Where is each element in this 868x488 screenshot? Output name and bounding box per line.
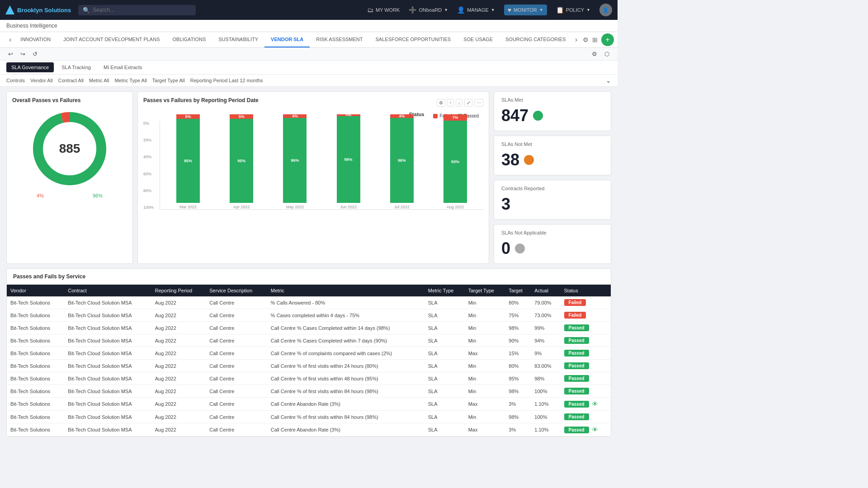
cell-period: Aug 2022	[151, 296, 206, 309]
monitor-label: MONITOR	[514, 7, 537, 13]
redo-button[interactable]: ↪	[19, 50, 27, 58]
monitor-icon: ♥	[508, 6, 511, 14]
bar-pass-mar: 95%	[176, 119, 200, 203]
pill-controls[interactable]: Controls	[6, 78, 25, 83]
bar-filter-btn[interactable]: ⚙	[437, 99, 445, 107]
cell-metric: Call Centre % of first visits within 24 …	[267, 360, 425, 372]
stat-slas-na-value: 0	[501, 239, 510, 258]
col-metric: Metric	[267, 285, 425, 296]
stat-contracts-title: Contracts Reported	[501, 186, 604, 191]
tab-sustainability[interactable]: SUSTAINABILITY	[212, 32, 264, 47]
filter-settings-button[interactable]: ⚙	[590, 50, 599, 58]
col-period: Reporting Period	[151, 285, 206, 296]
avatar[interactable]: 👤	[599, 4, 612, 16]
cell-service: Call Centre	[206, 322, 267, 334]
cell-vendor: Bit-Tech Solutions	[7, 423, 64, 436]
nav-policy[interactable]: 📋 POLICY ▼	[556, 6, 590, 14]
cell-metric: Call Centre % Cases Completed within 7 d…	[267, 334, 425, 347]
nav-manage[interactable]: 👤 MANAGE ▼	[457, 6, 495, 14]
refresh-button[interactable]: ↺	[31, 50, 39, 58]
bar-more-btn[interactable]: ⋯	[474, 99, 483, 107]
filter-button[interactable]: ⚙	[583, 33, 589, 46]
eye-icon[interactable]: 👁	[592, 426, 598, 433]
tab-salesforce[interactable]: SALESFORCE OPPORTUNITIES	[369, 32, 458, 47]
nav-monitor[interactable]: ♥ MONITOR ▼	[504, 5, 547, 15]
nav-right: 🗂 MY WORK ➕ ONboaRD ▼ 👤 MANAGE ▼ ♥ MONIT…	[367, 4, 612, 16]
cell-contract: Bit-Tech Cloud Solution MSA	[64, 423, 151, 436]
policy-chevron: ▼	[586, 8, 590, 12]
cell-period: Aug 2022	[151, 423, 206, 436]
bar-chart-area: 100% 80% 60% 40% 20% 0% 5% 95% Mar 2022	[143, 121, 483, 221]
cell-actual: 1.10%	[531, 423, 560, 436]
donut-card: Overall Passes vs Failures 885 4% 96%	[6, 91, 133, 264]
my-work-icon: 🗂	[367, 6, 373, 14]
cell-vendor: Bit-Tech Solutions	[7, 334, 64, 347]
pill-contract[interactable]: Contract All	[58, 78, 84, 83]
layout-button[interactable]: ⊞	[592, 33, 598, 46]
cell-period: Aug 2022	[151, 411, 206, 423]
stat-slas-met-title: SLAs Met	[501, 97, 604, 103]
tab-next-button[interactable]: ›	[572, 36, 580, 44]
pill-metric[interactable]: Metric All	[89, 78, 109, 83]
stat-slas-not-met-value: 38	[501, 150, 519, 169]
cell-vendor: Bit-Tech Solutions	[7, 385, 64, 398]
cell-metric: % Calls Answered - 80%	[267, 296, 425, 309]
status-badge: Passed	[564, 362, 589, 369]
manage-chevron: ▼	[491, 8, 495, 12]
cell-actual: 94%	[531, 334, 560, 347]
table-row: Bit-Tech Solutions Bit-Tech Cloud Soluti…	[7, 296, 611, 309]
table-row: Bit-Tech Solutions Bit-Tech Cloud Soluti…	[7, 309, 611, 322]
bar-expand-btn[interactable]: ⤢	[464, 99, 472, 107]
eye-icon[interactable]: 👁	[592, 400, 598, 408]
bar-card: Passes vs Failures by Reporting Period D…	[137, 91, 489, 264]
add-button[interactable]: +	[601, 33, 614, 46]
export-button[interactable]: ⬡	[603, 50, 611, 58]
filter-pills: Controls Vendor All Contract All Metric …	[0, 75, 618, 87]
tab-soe[interactable]: SOE USAGE	[457, 32, 499, 47]
cell-actual: 73.00%	[531, 309, 560, 322]
filter-expand-icon[interactable]: ⌄	[606, 77, 611, 84]
cell-contract: Bit-Tech Cloud Solution MSA	[64, 296, 151, 309]
search-input[interactable]	[93, 7, 183, 13]
pill-target-type[interactable]: Target Type All	[152, 78, 185, 83]
cell-metric: % Cases completed within 4 days - 75%	[267, 309, 425, 322]
table-row: Bit-Tech Solutions Bit-Tech Cloud Soluti…	[7, 423, 611, 436]
cell-target-type: Min	[465, 411, 505, 423]
pill-reporting-period[interactable]: Reporting Period Last 12 months	[190, 78, 263, 83]
pill-vendor[interactable]: Vendor All	[30, 78, 53, 83]
cell-status: Passed 👁	[561, 423, 611, 436]
cell-target-type: Min	[465, 372, 505, 385]
bar-fail-may: 4%	[283, 114, 307, 118]
filter-tab-governance[interactable]: SLA Governance	[6, 62, 54, 72]
cell-target-type: Min	[465, 296, 505, 309]
tab-obligations[interactable]: OBLIGATIONS	[166, 32, 212, 47]
bar-label-jul: Jul 2022	[394, 205, 410, 209]
search-bar[interactable]: 🔍	[78, 5, 196, 15]
tab-joint[interactable]: JOINT ACCOUNT DEVELOPMENT PLANS	[57, 32, 166, 47]
bar-title: Passes vs Failures by Reporting Period D…	[143, 97, 259, 103]
onboard-label: ONboaRD	[419, 7, 442, 13]
cell-contract: Bit-Tech Cloud Solution MSA	[64, 398, 151, 411]
nav-onboard[interactable]: ➕ ONboaRD ▼	[409, 6, 448, 14]
status-badge: Passed	[564, 388, 589, 394]
cell-metric: Call Centre Abandon Rate (3%)	[267, 398, 425, 411]
table-title: Passes and Fails by Service	[7, 269, 611, 285]
tab-innovation[interactable]: INNOVATION	[14, 32, 57, 47]
filter-tab-email[interactable]: MI Email Extracts	[99, 62, 147, 72]
tab-risk[interactable]: RISK ASSESSMENT	[310, 32, 369, 47]
nav-my-work[interactable]: 🗂 MY WORK	[367, 6, 400, 14]
cell-service: Call Centre	[206, 372, 267, 385]
bar-sort-desc-btn[interactable]: ↓	[456, 99, 462, 107]
status-badge: Failed	[564, 299, 586, 306]
cell-vendor: Bit-Tech Solutions	[7, 360, 64, 372]
bar-card-header: Passes vs Failures by Reporting Period D…	[143, 97, 483, 108]
pill-metric-type[interactable]: Metric Type All	[114, 78, 146, 83]
tab-prev-button[interactable]: ‹	[6, 36, 14, 44]
cell-metric-type: SLA	[425, 398, 465, 411]
undo-button[interactable]: ↩	[6, 50, 15, 58]
tab-sourcing[interactable]: SOURCING CATEGORIES	[499, 32, 572, 47]
bar-stack-jun: 2% 98%	[337, 114, 360, 203]
bar-sort-asc-btn[interactable]: ↑	[447, 99, 454, 107]
filter-tab-tracking[interactable]: SLA Tracking	[57, 62, 96, 72]
tab-vendor-sla[interactable]: VENDOR SLA	[264, 32, 310, 47]
